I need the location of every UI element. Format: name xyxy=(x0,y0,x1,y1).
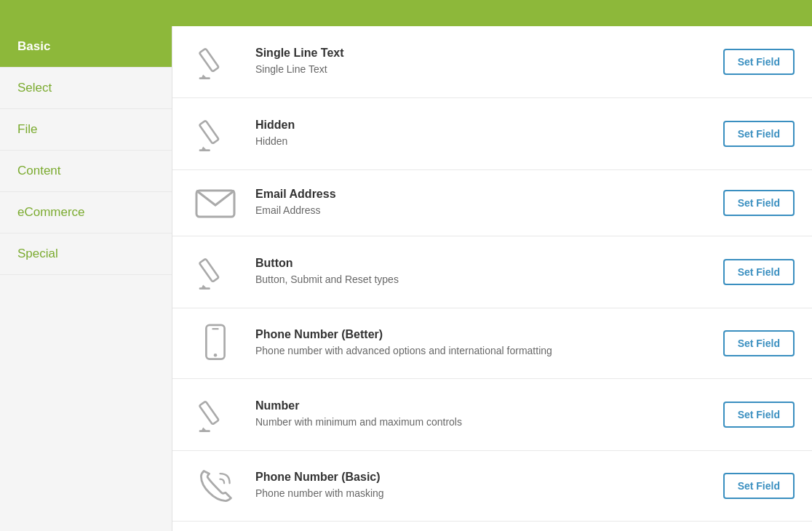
sidebar-item-file[interactable]: File xyxy=(0,109,172,151)
field-info-phone-number-basic: Phone Number (Basic) Phone number with m… xyxy=(241,471,723,501)
field-desc-hidden: Hidden xyxy=(255,135,709,149)
field-info-button: Button Button, Submit and Reset types xyxy=(241,257,723,287)
field-name-button: Button xyxy=(255,257,709,270)
field-name-number: Number xyxy=(255,399,709,412)
field-icon-email-address xyxy=(190,185,241,221)
field-row-hidden: Hidden Hidden Set Field xyxy=(172,98,812,170)
field-desc-phone-number-better: Phone number with advanced options and i… xyxy=(255,344,709,359)
sidebar-item-content[interactable]: Content xyxy=(0,151,172,192)
svg-rect-13 xyxy=(199,402,219,425)
sidebar-item-basic[interactable]: Basic xyxy=(0,26,172,68)
field-desc-phone-number-basic: Phone number with masking xyxy=(255,487,709,501)
field-desc-number: Number with minimum and maximum controls xyxy=(255,415,709,430)
svg-rect-0 xyxy=(199,49,219,72)
field-icon-phone-number-better xyxy=(190,323,241,364)
field-name-phone-number-basic: Phone Number (Basic) xyxy=(255,471,709,484)
field-row-phone-number-better: Phone Number (Better) Phone number with … xyxy=(172,308,812,379)
field-row-email-address: Email Address Email Address Set Field xyxy=(172,170,812,236)
svg-rect-7 xyxy=(199,259,219,282)
field-name-phone-number-better: Phone Number (Better) xyxy=(255,328,709,341)
close-button[interactable] xyxy=(786,12,795,15)
modal-header xyxy=(0,0,812,26)
field-row-phone-number-basic: Phone Number (Basic) Phone number with m… xyxy=(172,451,812,522)
field-icon-phone-number-basic xyxy=(190,466,241,506)
field-icon-single-line-text xyxy=(190,41,241,83)
svg-rect-3 xyxy=(199,121,219,144)
content-area: Single Line Text Single Line Text Set Fi… xyxy=(172,26,812,531)
field-info-number: Number Number with minimum and maximum c… xyxy=(241,399,723,430)
field-desc-single-line-text: Single Line Text xyxy=(255,63,709,77)
field-row-number: Number Number with minimum and maximum c… xyxy=(172,379,812,451)
field-desc-button: Button, Submit and Reset types xyxy=(255,273,709,287)
field-name-email-address: Email Address xyxy=(255,188,709,201)
sidebar-item-select[interactable]: Select xyxy=(0,68,172,109)
field-info-hidden: Hidden Hidden xyxy=(241,119,723,149)
sidebar-item-ecommerce[interactable]: eCommerce xyxy=(0,192,172,233)
field-info-email-address: Email Address Email Address xyxy=(241,188,723,218)
modal-body: BasicSelectFileContenteCommerceSpecial S… xyxy=(0,26,812,531)
field-info-single-line-text: Single Line Text Single Line Text xyxy=(241,47,723,77)
set-field-button-number[interactable]: Set Field xyxy=(723,402,795,428)
field-name-hidden: Hidden xyxy=(255,119,709,132)
set-field-button-hidden[interactable]: Set Field xyxy=(723,121,795,147)
set-field-button-email-address[interactable]: Set Field xyxy=(723,190,795,216)
set-field-button-button[interactable]: Set Field xyxy=(723,259,795,285)
field-row-single-line-text: Single Line Text Single Line Text Set Fi… xyxy=(172,26,812,98)
field-row-button: Button Button, Submit and Reset types Se… xyxy=(172,236,812,308)
sidebar-item-special[interactable]: Special xyxy=(0,233,172,275)
field-icon-number xyxy=(190,394,241,436)
svg-point-12 xyxy=(214,354,218,357)
fields-modal: BasicSelectFileContenteCommerceSpecial S… xyxy=(0,0,812,531)
field-desc-email-address: Email Address xyxy=(255,204,709,218)
field-name-single-line-text: Single Line Text xyxy=(255,47,709,60)
set-field-button-phone-number-basic[interactable]: Set Field xyxy=(723,473,795,499)
field-icon-hidden xyxy=(190,113,241,155)
field-icon-button xyxy=(190,251,241,293)
set-field-button-single-line-text[interactable]: Set Field xyxy=(723,49,795,75)
set-field-button-phone-number-better[interactable]: Set Field xyxy=(723,330,795,356)
field-info-phone-number-better: Phone Number (Better) Phone number with … xyxy=(241,328,723,359)
sidebar: BasicSelectFileContenteCommerceSpecial xyxy=(0,26,172,531)
